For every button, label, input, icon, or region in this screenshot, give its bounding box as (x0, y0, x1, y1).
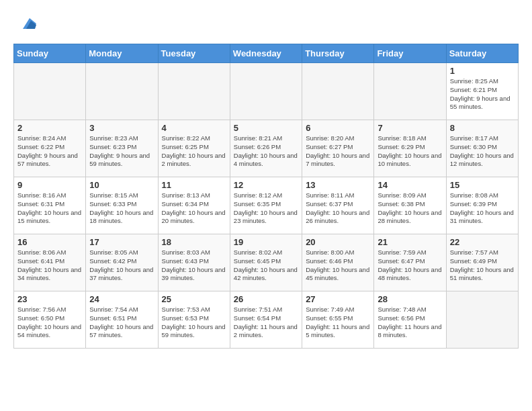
day-number: 27 (306, 294, 370, 304)
day-info: Sunrise: 8:08 AM Sunset: 6:39 PM Dayligh… (450, 191, 515, 226)
day-info: Sunrise: 8:22 AM Sunset: 6:25 PM Dayligh… (162, 134, 226, 169)
day-number: 28 (378, 294, 442, 304)
day-number: 5 (234, 123, 298, 133)
page-header (13, 13, 519, 37)
calendar-cell: 15Sunrise: 8:08 AM Sunset: 6:39 PM Dayli… (446, 177, 518, 234)
day-number: 16 (17, 237, 82, 247)
calendar-cell: 28Sunrise: 7:48 AM Sunset: 6:56 PM Dayli… (374, 291, 446, 349)
calendar-cell: 6Sunrise: 8:20 AM Sunset: 6:27 PM Daylig… (302, 120, 374, 177)
day-number: 10 (89, 180, 154, 190)
calendar-week-0: 1Sunrise: 8:25 AM Sunset: 6:21 PM Daylig… (14, 63, 519, 120)
day-info: Sunrise: 7:48 AM Sunset: 6:56 PM Dayligh… (378, 306, 442, 340)
day-header-monday: Monday (86, 44, 158, 63)
day-info: Sunrise: 8:16 AM Sunset: 6:31 PM Dayligh… (17, 191, 82, 226)
calendar-cell: 17Sunrise: 8:05 AM Sunset: 6:42 PM Dayli… (86, 234, 158, 291)
day-number: 18 (162, 237, 226, 247)
day-info: Sunrise: 8:03 AM Sunset: 6:43 PM Dayligh… (162, 248, 226, 283)
calendar-table: SundayMondayTuesdayWednesdayThursdayFrid… (13, 44, 519, 349)
day-number: 22 (450, 237, 515, 247)
day-info: Sunrise: 7:59 AM Sunset: 6:47 PM Dayligh… (378, 248, 442, 283)
calendar-header-row: SundayMondayTuesdayWednesdayThursdayFrid… (14, 44, 519, 63)
day-number: 25 (162, 294, 226, 304)
day-number: 19 (234, 237, 298, 247)
day-number: 24 (89, 294, 154, 304)
calendar-cell: 19Sunrise: 8:02 AM Sunset: 6:45 PM Dayli… (230, 234, 302, 291)
day-number: 2 (17, 123, 82, 133)
calendar-cell: 22Sunrise: 7:57 AM Sunset: 6:49 PM Dayli… (446, 234, 518, 291)
day-info: Sunrise: 7:51 AM Sunset: 6:54 PM Dayligh… (234, 306, 298, 340)
calendar-cell: 12Sunrise: 8:12 AM Sunset: 6:35 PM Dayli… (230, 177, 302, 234)
calendar-cell: 25Sunrise: 7:53 AM Sunset: 6:53 PM Dayli… (158, 291, 230, 349)
calendar-cell (14, 63, 86, 120)
calendar-cell (158, 63, 230, 120)
calendar-cell: 1Sunrise: 8:25 AM Sunset: 6:21 PM Daylig… (446, 63, 518, 120)
calendar-cell (86, 63, 158, 120)
calendar-cell: 13Sunrise: 8:11 AM Sunset: 6:37 PM Dayli… (302, 177, 374, 234)
day-header-sunday: Sunday (14, 44, 86, 63)
day-info: Sunrise: 8:25 AM Sunset: 6:21 PM Dayligh… (450, 77, 515, 111)
day-info: Sunrise: 8:12 AM Sunset: 6:35 PM Dayligh… (234, 191, 298, 226)
calendar-cell: 5Sunrise: 8:21 AM Sunset: 6:26 PM Daylig… (230, 120, 302, 177)
calendar-cell: 7Sunrise: 8:18 AM Sunset: 6:29 PM Daylig… (374, 120, 446, 177)
day-info: Sunrise: 7:53 AM Sunset: 6:53 PM Dayligh… (162, 306, 226, 340)
day-header-thursday: Thursday (302, 44, 374, 63)
calendar-cell: 21Sunrise: 7:59 AM Sunset: 6:47 PM Dayli… (374, 234, 446, 291)
day-info: Sunrise: 8:06 AM Sunset: 6:41 PM Dayligh… (17, 248, 82, 283)
calendar-cell: 4Sunrise: 8:22 AM Sunset: 6:25 PM Daylig… (158, 120, 230, 177)
calendar-cell (446, 291, 518, 349)
day-number: 17 (89, 237, 154, 247)
day-info: Sunrise: 8:24 AM Sunset: 6:22 PM Dayligh… (17, 134, 82, 169)
calendar-cell: 23Sunrise: 7:56 AM Sunset: 6:50 PM Dayli… (14, 291, 86, 349)
calendar-cell: 9Sunrise: 8:16 AM Sunset: 6:31 PM Daylig… (14, 177, 86, 234)
day-number: 8 (450, 123, 515, 133)
calendar-week-4: 23Sunrise: 7:56 AM Sunset: 6:50 PM Dayli… (14, 291, 519, 349)
day-number: 3 (89, 123, 154, 133)
day-info: Sunrise: 8:17 AM Sunset: 6:30 PM Dayligh… (450, 134, 515, 169)
day-info: Sunrise: 8:05 AM Sunset: 6:42 PM Dayligh… (89, 248, 154, 283)
day-number: 7 (378, 123, 442, 133)
day-header-tuesday: Tuesday (158, 44, 230, 63)
day-number: 26 (234, 294, 298, 304)
calendar-cell (230, 63, 302, 120)
day-number: 1 (450, 66, 515, 76)
day-number: 21 (378, 237, 442, 247)
day-number: 15 (450, 180, 515, 190)
day-number: 14 (378, 180, 442, 190)
day-number: 12 (234, 180, 298, 190)
day-number: 4 (162, 123, 226, 133)
logo-icon (16, 13, 36, 34)
calendar-cell (374, 63, 446, 120)
day-info: Sunrise: 7:56 AM Sunset: 6:50 PM Dayligh… (17, 306, 82, 340)
day-number: 20 (306, 237, 370, 247)
day-info: Sunrise: 8:02 AM Sunset: 6:45 PM Dayligh… (234, 248, 298, 283)
calendar-cell: 11Sunrise: 8:13 AM Sunset: 6:34 PM Dayli… (158, 177, 230, 234)
day-info: Sunrise: 8:21 AM Sunset: 6:26 PM Dayligh… (234, 134, 298, 169)
logo (13, 13, 36, 37)
day-number: 11 (162, 180, 226, 190)
calendar-cell: 10Sunrise: 8:15 AM Sunset: 6:33 PM Dayli… (86, 177, 158, 234)
calendar-cell: 2Sunrise: 8:24 AM Sunset: 6:22 PM Daylig… (14, 120, 86, 177)
calendar-cell (302, 63, 374, 120)
day-info: Sunrise: 8:11 AM Sunset: 6:37 PM Dayligh… (306, 191, 370, 226)
calendar-week-2: 9Sunrise: 8:16 AM Sunset: 6:31 PM Daylig… (14, 177, 519, 234)
calendar-cell: 8Sunrise: 8:17 AM Sunset: 6:30 PM Daylig… (446, 120, 518, 177)
calendar-cell: 20Sunrise: 8:00 AM Sunset: 6:46 PM Dayli… (302, 234, 374, 291)
calendar-cell: 27Sunrise: 7:49 AM Sunset: 6:55 PM Dayli… (302, 291, 374, 349)
day-info: Sunrise: 8:23 AM Sunset: 6:23 PM Dayligh… (89, 134, 154, 169)
day-info: Sunrise: 8:15 AM Sunset: 6:33 PM Dayligh… (89, 191, 154, 226)
day-info: Sunrise: 8:20 AM Sunset: 6:27 PM Dayligh… (306, 134, 370, 169)
day-header-saturday: Saturday (446, 44, 518, 63)
calendar-cell: 16Sunrise: 8:06 AM Sunset: 6:41 PM Dayli… (14, 234, 86, 291)
day-info: Sunrise: 8:13 AM Sunset: 6:34 PM Dayligh… (162, 191, 226, 226)
day-info: Sunrise: 8:18 AM Sunset: 6:29 PM Dayligh… (378, 134, 442, 169)
day-number: 13 (306, 180, 370, 190)
day-number: 9 (17, 180, 82, 190)
day-number: 6 (306, 123, 370, 133)
day-header-friday: Friday (374, 44, 446, 63)
calendar-cell: 3Sunrise: 8:23 AM Sunset: 6:23 PM Daylig… (86, 120, 158, 177)
calendar-cell: 26Sunrise: 7:51 AM Sunset: 6:54 PM Dayli… (230, 291, 302, 349)
calendar-week-3: 16Sunrise: 8:06 AM Sunset: 6:41 PM Dayli… (14, 234, 519, 291)
day-info: Sunrise: 7:49 AM Sunset: 6:55 PM Dayligh… (306, 306, 370, 340)
day-info: Sunrise: 8:00 AM Sunset: 6:46 PM Dayligh… (306, 248, 370, 283)
calendar-week-1: 2Sunrise: 8:24 AM Sunset: 6:22 PM Daylig… (14, 120, 519, 177)
